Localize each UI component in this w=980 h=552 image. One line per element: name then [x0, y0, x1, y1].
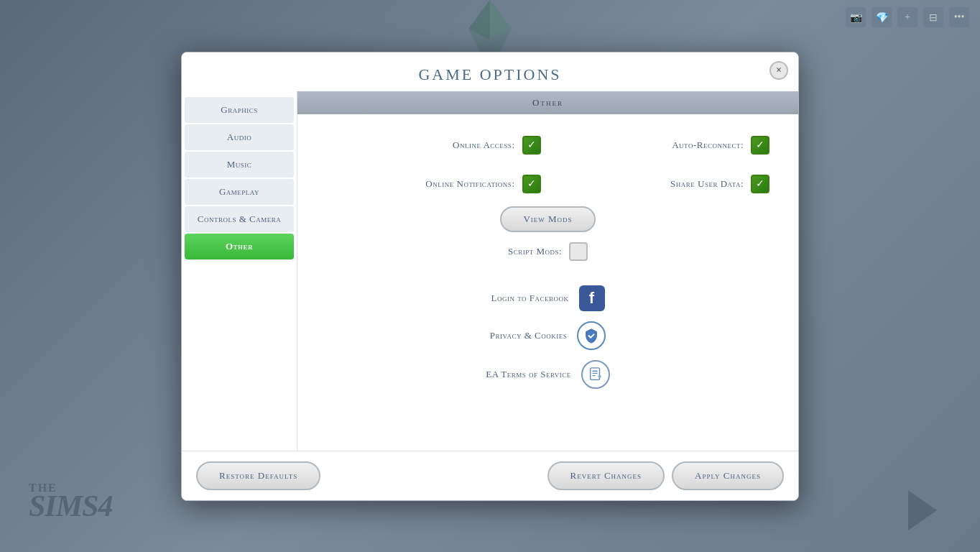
facebook-icon[interactable]: f: [579, 285, 605, 311]
ea-terms-label: EA Terms of Service: [486, 369, 571, 380]
share-user-data-option: Share User Data: ✓: [555, 175, 770, 193]
privacy-cookies-label: Privacy & Cookies: [490, 330, 567, 341]
share-user-data-checkbox[interactable]: ✓: [751, 175, 769, 193]
online-notifications-checkbox[interactable]: ✓: [522, 175, 541, 193]
sidebar: Graphics Audio Music Gameplay Controls &…: [182, 91, 297, 451]
sidebar-item-gameplay[interactable]: Gameplay: [185, 179, 294, 205]
apply-changes-button[interactable]: Apply Changes: [672, 461, 784, 490]
add-icon[interactable]: +: [897, 7, 917, 27]
ea-terms-row: EA Terms of Service: [326, 360, 769, 389]
online-access-label: Online Access:: [453, 139, 514, 151]
online-notifications-label: Online Notifications:: [425, 178, 514, 190]
login-facebook-row: Login to Facebook f: [326, 285, 769, 311]
dialog-footer: Restore Defaults Revert Changes Apply Ch…: [182, 451, 798, 500]
view-mods-button[interactable]: View Mods: [500, 206, 595, 232]
script-mods-label: Script Mods:: [508, 246, 562, 257]
main-content: Other Online Access: ✓ Auto-Reconnect: ✓: [297, 91, 798, 451]
svg-rect-6: [592, 374, 596, 375]
privacy-cookies-button[interactable]: [577, 321, 606, 350]
more-icon[interactable]: •••: [949, 7, 969, 27]
sims4-logo: THE SIMS4: [29, 482, 112, 523]
play-triangle-icon: [908, 490, 937, 530]
script-mods-option: Script Mods:: [508, 242, 588, 261]
script-mods-checkbox[interactable]: [569, 242, 588, 261]
game-options-dialog: Game Options × Graphics Audio Music Game…: [181, 52, 799, 501]
close-button[interactable]: ×: [769, 61, 788, 80]
svg-rect-4: [592, 370, 597, 371]
sidebar-item-audio[interactable]: Audio: [185, 124, 294, 150]
top-right-icons: 📷 💎 + ⊟ •••: [846, 7, 969, 27]
privacy-cookies-row: Privacy & Cookies: [326, 321, 769, 350]
content-area: Online Access: ✓ Auto-Reconnect: ✓ Onlin…: [297, 114, 798, 451]
sidebar-item-graphics[interactable]: Graphics: [185, 97, 294, 123]
ea-terms-button[interactable]: [581, 360, 610, 389]
auto-reconnect-checkbox[interactable]: ✓: [751, 136, 769, 155]
section-header: Other: [297, 91, 798, 114]
sidebar-item-music[interactable]: Music: [185, 152, 294, 178]
online-access-option: Online Access: ✓: [326, 136, 541, 155]
svg-rect-5: [592, 372, 597, 373]
footer-right-buttons: Revert Changes Apply Changes: [547, 461, 784, 490]
sidebar-item-other[interactable]: Other: [185, 234, 294, 259]
online-notifications-option: Online Notifications: ✓: [326, 175, 541, 193]
auto-reconnect-option: Auto-Reconnect: ✓: [555, 136, 770, 155]
restore-defaults-button[interactable]: Restore Defaults: [196, 461, 320, 490]
shield-check-icon: [583, 328, 599, 344]
minimize-icon[interactable]: ⊟: [923, 7, 943, 27]
auto-reconnect-label: Auto-Reconnect:: [672, 139, 744, 151]
dialog-title: Game Options: [196, 65, 784, 84]
dialog-title-bar: Game Options ×: [182, 52, 798, 91]
sidebar-item-controls[interactable]: Controls & Camera: [185, 206, 294, 232]
play-button-area[interactable]: [908, 490, 937, 530]
revert-changes-button[interactable]: Revert Changes: [547, 461, 665, 490]
share-user-data-label: Share User Data:: [670, 178, 744, 190]
diamond-icon[interactable]: 💎: [872, 7, 892, 27]
camera-icon[interactable]: 📷: [846, 7, 866, 27]
document-icon: [588, 367, 604, 382]
online-access-checkbox[interactable]: ✓: [522, 136, 541, 155]
login-facebook-label: Login to Facebook: [491, 293, 568, 304]
dialog-body: Graphics Audio Music Gameplay Controls &…: [182, 91, 798, 451]
svg-rect-7: [598, 374, 601, 377]
